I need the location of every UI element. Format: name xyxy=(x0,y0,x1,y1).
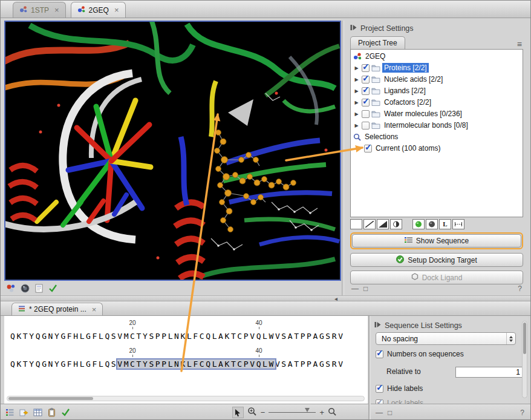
sidebar-toggle-icon[interactable] xyxy=(374,321,381,330)
spacing-select[interactable]: No spacing xyxy=(376,332,516,345)
tree-item-cofactors[interactable]: ▶ ✓ Cofactors [2/2] xyxy=(351,97,523,108)
checkbox[interactable]: ✓ xyxy=(362,76,370,84)
checkbox[interactable]: ✓ xyxy=(362,99,370,107)
zoom-in-tool-icon[interactable] xyxy=(247,407,257,418)
pattern-blank-icon[interactable] xyxy=(350,219,362,229)
tree-item-label[interactable]: Ligands [2/2] xyxy=(382,86,428,96)
sidebar-toggle-icon[interactable] xyxy=(350,24,357,33)
help-icon[interactable]: ? xyxy=(520,409,524,417)
tree-root-2geq[interactable]: 2GEQ xyxy=(351,51,523,62)
scrollbar-thumb[interactable] xyxy=(8,397,93,400)
label-letter-icon[interactable]: L xyxy=(439,219,451,229)
dock-ligand-button[interactable]: Dock Ligand xyxy=(350,271,523,284)
expand-arrow-icon[interactable]: ▶ xyxy=(353,77,360,82)
checkbox[interactable]: ✓ xyxy=(364,145,372,153)
panel-menu-icon[interactable]: ≡ xyxy=(517,39,523,49)
tree-item-intermolecular-bonds[interactable]: ▶ ✓ Intermolecular bonds [0/8] xyxy=(351,120,523,131)
sequence-selection[interactable]: VMCTYSPPLNKLFCQLAKTCPVQLW xyxy=(117,359,275,369)
checkbox[interactable]: ✓ xyxy=(376,399,383,404)
tab-2geq[interactable]: 2GEQ × xyxy=(71,2,126,18)
zoom-controls: − + xyxy=(232,407,337,418)
numbers-on-sequences-row[interactable]: ✓ Numbers on sequences xyxy=(376,350,464,358)
tree-root-label[interactable]: 2GEQ xyxy=(363,51,387,61)
molecule-3d-scene[interactable] xyxy=(5,22,340,280)
restore-panel-icon[interactable]: □ xyxy=(363,284,368,293)
tree-item-label[interactable]: Nucleic acids [2/2] xyxy=(382,74,445,84)
horizontal-scrollbar[interactable] xyxy=(7,396,365,401)
green-sphere-icon[interactable] xyxy=(412,219,425,229)
text-view-icon[interactable] xyxy=(33,283,44,294)
sequence-list-icon[interactable] xyxy=(4,407,15,418)
current-selection-label[interactable]: Current (100 atoms) xyxy=(374,143,442,153)
tab-1stp[interactable]: 1STP × xyxy=(13,2,66,18)
checkbox[interactable]: ✓ xyxy=(362,87,370,95)
restore-panel-icon[interactable]: □ xyxy=(388,409,392,417)
table-view-icon[interactable] xyxy=(32,407,43,418)
tree-item-water-molecules[interactable]: ▶ ✓ Water molecules [0/236] xyxy=(351,108,523,120)
minimize-panel-icon[interactable]: — xyxy=(376,409,383,417)
pattern-diagonal-filled-icon[interactable] xyxy=(377,219,389,229)
expand-arrow-icon[interactable]: ▶ xyxy=(353,123,360,128)
expand-arrow-icon[interactable]: ▶ xyxy=(353,100,360,105)
show-sequence-button[interactable]: Show Sequence xyxy=(352,234,521,248)
tab-project-tree[interactable]: Project Tree xyxy=(350,36,405,49)
tree-item-label[interactable]: Proteins [2/2] xyxy=(382,63,429,73)
setup-docking-target-button[interactable]: Setup Docking Target xyxy=(350,253,523,267)
lock-labels-row[interactable]: ✓ Lock labels xyxy=(376,399,423,404)
vertical-scrollbar[interactable] xyxy=(522,321,527,398)
tab-2geq-protein[interactable]: * 2GEQ protein ... × xyxy=(11,303,103,315)
sequence-line-2[interactable]: QKTYQGNYGFHLGFLQSVMCTYSPPLNKLFCQLAKTCPVQ… xyxy=(10,359,345,369)
expand-arrow-icon[interactable]: ▶ xyxy=(353,111,360,117)
zoom-in-icon[interactable]: + xyxy=(319,408,324,417)
pattern-diagonal-icon[interactable] xyxy=(363,219,376,229)
tree-item-label[interactable]: Water molecules [0/236] xyxy=(382,109,464,119)
vertical-splitter[interactable] xyxy=(342,21,344,295)
zoom-slider-thumb[interactable] xyxy=(305,408,310,412)
app-window: 1STP × 2GEQ × xyxy=(0,0,531,420)
viewer-toolbar xyxy=(5,283,58,294)
molecule-view-icon[interactable] xyxy=(5,283,16,294)
lock-labels-label: Lock labels xyxy=(387,399,423,404)
close-icon[interactable]: × xyxy=(114,5,119,15)
tree-item-proteins[interactable]: ▶ ✓ Proteins [2/2] xyxy=(351,62,523,74)
pattern-half-sphere-icon[interactable] xyxy=(390,219,402,229)
hide-labels-row[interactable]: ✓ Hide labels xyxy=(376,384,423,393)
lens-view-icon[interactable] xyxy=(19,283,30,294)
edit-check-icon[interactable] xyxy=(60,407,71,418)
scrollbar-thumb[interactable] xyxy=(523,323,526,354)
sequence-view[interactable]: 20 40 QKTYQGNYGFHLGFLQSVMCTYSPPLNKLFCQLA… xyxy=(4,316,368,404)
project-settings-title: Project Settings xyxy=(360,24,414,33)
molecule-viewer[interactable] xyxy=(4,21,341,281)
relative-to-input[interactable] xyxy=(455,367,523,378)
sequence-segment: QKTYQGNYGFHLGFLQS xyxy=(10,359,117,369)
expand-arrow-icon[interactable]: ▶ xyxy=(353,65,360,71)
help-icon[interactable]: ? xyxy=(518,284,522,293)
checkbox[interactable]: ✓ xyxy=(376,350,383,358)
checkbox[interactable]: ✓ xyxy=(376,385,383,393)
sequence-line-1[interactable]: QKTYQGNYGFHLGFLQSVMCTYSPPLNKLFCQLAKTCPVQ… xyxy=(10,332,345,341)
tree-item-label[interactable]: Intermolecular bonds [0/8] xyxy=(382,120,470,130)
checkbox[interactable]: ✓ xyxy=(362,64,370,72)
close-icon[interactable]: × xyxy=(54,5,59,15)
horizontal-splitter[interactable]: ◂ xyxy=(1,295,530,301)
zoom-slider[interactable] xyxy=(269,412,316,413)
expand-arrow-icon[interactable]: ▶ xyxy=(353,88,360,94)
edit-check-icon[interactable] xyxy=(47,283,58,294)
zoom-out-icon[interactable]: − xyxy=(261,408,266,417)
tree-item-nucleic-acids[interactable]: ▶ ✓ Nucleic acids [2/2] xyxy=(351,74,523,85)
tree-section-selections[interactable]: Selections xyxy=(351,131,523,143)
select-stepper-icon[interactable] xyxy=(506,333,515,344)
zoom-lens-icon[interactable] xyxy=(328,407,337,418)
minimize-panel-icon[interactable]: — xyxy=(351,284,359,293)
tree-item-current-selection[interactable]: ✓ Current (100 atoms) xyxy=(351,143,523,154)
tree-item-label[interactable]: Cofactors [2/2] xyxy=(382,97,433,107)
tree-item-ligands[interactable]: ▶ ✓ Ligands [2/2] xyxy=(351,85,523,97)
distance-measure-icon[interactable] xyxy=(452,219,464,229)
export-arrow-icon[interactable] xyxy=(18,407,29,418)
close-icon[interactable]: × xyxy=(92,305,97,314)
dark-sphere-icon[interactable] xyxy=(426,219,438,229)
checkbox[interactable]: ✓ xyxy=(362,122,370,130)
checkbox[interactable]: ✓ xyxy=(362,110,370,118)
pointer-tool-icon[interactable] xyxy=(232,407,244,418)
clipboard-icon[interactable] xyxy=(46,407,57,418)
